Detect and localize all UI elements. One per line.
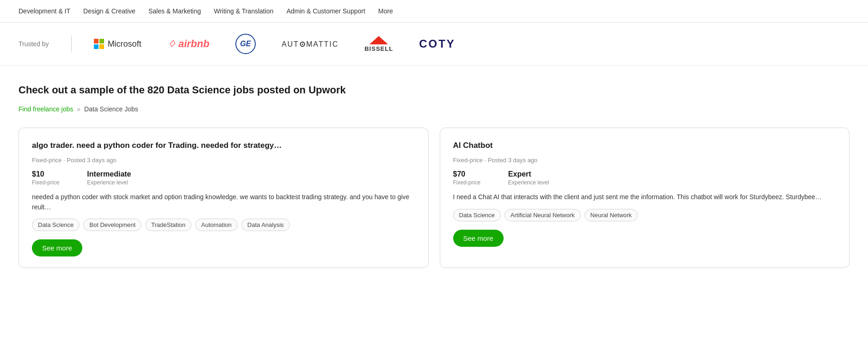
main-content: Check out a sample of the 820 Data Scien… bbox=[0, 66, 868, 277]
microsoft-wordmark: Microsoft bbox=[108, 39, 142, 49]
bissell-triangle-icon bbox=[369, 36, 388, 44]
nav-item-more[interactable]: More bbox=[378, 7, 393, 15]
logo-microsoft: Microsoft bbox=[94, 39, 142, 49]
tag[interactable]: Neural Network bbox=[585, 209, 638, 221]
tag[interactable]: Artificial Neural Network bbox=[505, 209, 581, 221]
breadcrumb-current: Data Science Jobs bbox=[84, 105, 138, 113]
experience-value: Intermediate bbox=[87, 170, 131, 178]
breadcrumb-separator: » bbox=[77, 105, 80, 113]
airbnb-wordmark: airbnb bbox=[179, 38, 209, 50]
nav-item-sales[interactable]: Sales & Marketing bbox=[148, 7, 201, 15]
logo-coty: COTY bbox=[419, 37, 456, 50]
price-value: $10 bbox=[32, 170, 59, 178]
page-heading: Check out a sample of the 820 Data Scien… bbox=[18, 84, 850, 96]
experience-block: Intermediate Experience level bbox=[87, 170, 131, 186]
breadcrumb-link[interactable]: Find freelance jobs bbox=[18, 105, 73, 113]
job-description: needed a python coder with stock market … bbox=[32, 192, 415, 212]
experience-value: Expert bbox=[508, 170, 549, 178]
tag[interactable]: Bot Development bbox=[83, 219, 142, 231]
automattic-wordmark: AUT⊙MATTIC bbox=[282, 40, 339, 48]
trusted-logos: Microsoft ♢ airbnb GE AUT⊙MATTIC BISSELL… bbox=[94, 34, 850, 54]
nav-item-dev-it[interactable]: Development & IT bbox=[18, 7, 70, 15]
tags-row: Data ScienceBot DevelopmentTradeStationA… bbox=[32, 219, 415, 231]
trusted-label: Trusted by bbox=[18, 40, 49, 48]
logo-airbnb: ♢ airbnb bbox=[167, 38, 209, 50]
logo-automattic: AUT⊙MATTIC bbox=[282, 40, 339, 49]
experience-label: Experience level bbox=[87, 179, 131, 186]
experience-block: Expert Experience level bbox=[508, 170, 549, 186]
see-more-button[interactable]: See more bbox=[32, 239, 82, 256]
job-price-row: $10 Fixed-price Intermediate Experience … bbox=[32, 170, 415, 186]
price-label: Fixed-price bbox=[32, 179, 59, 186]
price-block: $70 Fixed-price bbox=[453, 170, 480, 186]
tag[interactable]: Data Analysis bbox=[241, 219, 290, 231]
job-card-0: algo trader. need a python coder for Tra… bbox=[18, 128, 429, 268]
trusted-divider bbox=[71, 36, 72, 52]
price-label: Fixed-price bbox=[453, 179, 480, 186]
nav-item-writing[interactable]: Writing & Translation bbox=[214, 7, 274, 15]
microsoft-grid-icon bbox=[94, 39, 104, 49]
airbnb-icon: ♢ bbox=[167, 38, 176, 49]
tag[interactable]: Data Science bbox=[32, 219, 80, 231]
coty-wordmark: COTY bbox=[419, 37, 456, 50]
logo-bissell: BISSELL bbox=[364, 36, 393, 52]
tag[interactable]: Automation bbox=[195, 219, 238, 231]
tag[interactable]: TradeStation bbox=[145, 219, 191, 231]
logo-ge: GE bbox=[235, 34, 256, 54]
tag[interactable]: Data Science bbox=[453, 209, 501, 221]
job-title: AI Chatbot bbox=[453, 141, 837, 150]
job-meta: Fixed-price · Posted 3 days ago bbox=[32, 157, 415, 164]
job-card-1: AI Chatbot Fixed-price · Posted 3 days a… bbox=[440, 128, 850, 268]
job-description: I need a Chat AI that interacts with the… bbox=[453, 192, 837, 202]
nav-item-admin[interactable]: Admin & Customer Support bbox=[286, 7, 365, 15]
see-more-button[interactable]: See more bbox=[453, 230, 504, 247]
navigation: Development & IT Design & Creative Sales… bbox=[0, 0, 868, 23]
job-title: algo trader. need a python coder for Tra… bbox=[32, 141, 415, 150]
job-cards-grid: algo trader. need a python coder for Tra… bbox=[18, 128, 850, 268]
nav-item-design[interactable]: Design & Creative bbox=[83, 7, 135, 15]
breadcrumb: Find freelance jobs » Data Science Jobs bbox=[18, 105, 850, 113]
ge-text: GE bbox=[240, 40, 251, 48]
tags-row: Data ScienceArtificial Neural NetworkNeu… bbox=[453, 209, 837, 221]
experience-label: Experience level bbox=[508, 179, 549, 186]
price-block: $10 Fixed-price bbox=[32, 170, 59, 186]
trusted-by-section: Trusted by Microsoft ♢ airbnb GE AUT⊙MAT… bbox=[0, 23, 868, 66]
price-value: $70 bbox=[453, 170, 480, 178]
bissell-wordmark: BISSELL bbox=[364, 45, 393, 52]
job-meta: Fixed-price · Posted 3 days ago bbox=[453, 157, 837, 164]
job-price-row: $70 Fixed-price Expert Experience level bbox=[453, 170, 837, 186]
